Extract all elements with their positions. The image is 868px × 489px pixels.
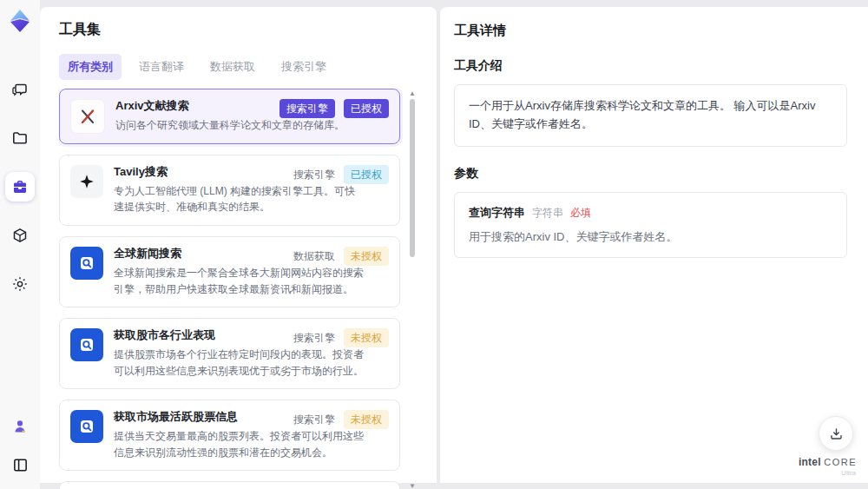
detail-title: 工具详情 [454,23,847,39]
news-search-icon [70,247,103,280]
page-title: 工具集 [59,21,419,39]
folder-icon [11,129,29,147]
params-heading: 参数 [454,166,847,182]
app-logo-icon[interactable] [6,7,34,35]
gear-icon [11,275,29,293]
tool-list-panel: 工具集 所有类别 语言翻译 数据获取 搜索引擎 Arxiv文献搜 [40,7,437,483]
tool-card-regional-news[interactable]: 万维地区新闻查询 查询具体行政区划内的新闻，快速了解各地新闻动 搜索引擎 未授权 [59,481,400,489]
tab-data-fetch[interactable]: 数据获取 [201,54,264,80]
chat-icon [11,81,29,98]
tool-card-active-stocks[interactable]: 获取市场最活跃股票信息 提供当天交易量最高的股票列表。投资者可以利用这些信息来识… [59,400,400,471]
tool-desc: 访问各个研究领域大量科学论文和文章的存储库。 [115,117,345,134]
tool-card-stock-sectors[interactable]: 获取股市各行业表现 提供股票市场各个行业在特定时间段内的表现。投资者可以利用这些… [59,318,400,389]
toolbox-icon [11,178,29,195]
tool-detail-panel: 工具详情 工具介绍 一个用于从Arxiv存储库搜索科学论文和文章的工具。 输入可… [440,7,868,483]
category-tabs: 所有类别 语言翻译 数据获取 搜索引擎 [59,54,419,80]
tab-language-translation[interactable]: 语言翻译 [130,54,193,80]
tool-card-tavily[interactable]: Tavily搜索 专为人工智能代理 (LLM) 构建的搜索引擎工具。可快速提供实… [59,155,400,226]
tool-desc: 专为人工智能代理 (LLM) 构建的搜索引擎工具。可快速提供实时、准确和真实的结… [114,183,364,215]
news-search-icon [70,410,103,443]
sidebar-item-tools[interactable] [5,172,35,202]
param-box: 查询字符串 字符串 必填 用于搜索的Arxiv ID、关键字或作者姓名。 [454,192,847,259]
tool-card-arxiv[interactable]: Arxiv文献搜索 访问各个研究领域大量科学论文和文章的存储库。 搜索引擎 已授… [59,89,400,144]
brand-core: CORE [824,457,857,467]
category-badge: 搜索引擎 [279,99,335,118]
tab-all-categories[interactable]: 所有类别 [59,54,122,80]
tool-card-global-news[interactable]: 全球新闻搜索 全球新闻搜索是一个聚合全球各大新闻网站内容的搜索引擎，帮助用户快速… [59,236,400,307]
sidebar-item-files[interactable] [5,123,35,153]
sidebar-item-settings[interactable] [5,269,35,299]
tab-search-engine[interactable]: 搜索引擎 [273,54,335,80]
category-badge: 数据获取 [293,251,335,261]
intel-core-logo: intel CORE Ultra [799,456,856,477]
arxiv-icon [70,99,105,134]
panel-layout-icon [12,457,29,473]
package-icon [11,227,29,244]
auth-status-badge: 未授权 [344,247,389,266]
intro-box: 一个用于从Arxiv存储库搜索科学论文和文章的工具。 输入可以是Arxiv ID… [454,84,847,147]
param-desc: 用于搜索的Arxiv ID、关键字或作者姓名。 [469,228,832,246]
brand-sub: Ultra [799,469,856,477]
auth-status-badge: 未授权 [344,328,389,347]
brand-intel: intel [799,456,821,468]
news-search-icon [70,328,103,361]
category-badge: 搜索引擎 [293,169,335,180]
category-badge: 搜索引擎 [293,414,335,425]
param-required-badge: 必填 [570,206,591,221]
tool-desc: 全球新闻搜索是一个聚合全球各大新闻网站内容的搜索引擎，帮助用户快速获取全球最新资… [114,265,364,297]
tool-list: Arxiv文献搜索 访问各个研究领域大量科学论文和文章的存储库。 搜索引擎 已授… [59,89,419,489]
collapse-sidebar-button[interactable] [8,453,32,477]
auth-status-badge: 未授权 [344,410,389,429]
param-type: 字符串 [532,206,563,221]
auth-status-badge: 已授权 [344,165,389,184]
user-profile-button[interactable] [8,414,32,439]
sidebar-item-chat[interactable] [5,75,35,104]
tool-desc: 提供当天交易量最高的股票列表。投资者可以利用这些信息来识别流动性强的股票和潜在的… [114,428,364,460]
intro-text: 一个用于从Arxiv存储库搜索科学论文和文章的工具。 输入可以是Arxiv ID… [469,97,832,134]
user-avatar-icon [11,418,29,435]
scroll-down-icon[interactable]: ▼ [407,483,418,489]
sidebar-item-packages[interactable] [5,221,35,250]
auth-status-badge: 已授权 [344,99,389,118]
tool-desc: 提供股票市场各个行业在特定时间段内的表现。投资者可以利用这些信息来识别表现优于或… [114,347,364,379]
tavily-star-icon [70,165,103,198]
intro-heading: 工具介绍 [454,58,847,74]
scrollbar-thumb[interactable] [410,99,415,257]
scroll-up-icon[interactable]: ▲ [407,90,418,97]
param-name: 查询字符串 [469,205,525,221]
download-button[interactable] [819,416,853,451]
category-badge: 搜索引擎 [293,333,335,343]
list-scrollbar[interactable]: ▲ ▼ [407,89,418,489]
download-icon [829,426,844,441]
left-sidebar [0,0,41,489]
